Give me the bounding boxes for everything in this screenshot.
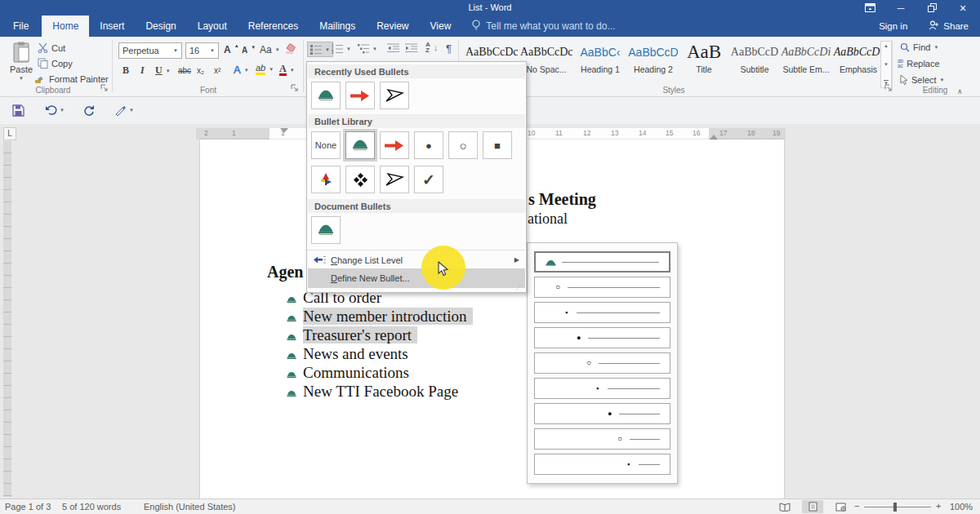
resize-grip[interactable]: ⋰: [516, 284, 523, 290]
text-effects-button[interactable]: A▼: [234, 64, 249, 76]
restore-button[interactable]: [916, 0, 947, 16]
sort-button[interactable]: AZ↓: [425, 42, 438, 53]
italic-button[interactable]: I: [140, 64, 145, 77]
cut-button[interactable]: Cut: [38, 42, 65, 53]
zoom-slider-track[interactable]: [864, 507, 931, 507]
copy-button[interactable]: Copy: [38, 58, 73, 69]
tab-view[interactable]: View: [420, 16, 462, 37]
replace-button[interactable]: abac Replace: [898, 59, 940, 69]
tab-home[interactable]: Home: [42, 16, 89, 37]
list-level-option-2[interactable]: ○: [534, 277, 670, 298]
ribbon-display-options-icon[interactable]: [854, 0, 885, 16]
multilevel-list-button[interactable]: ▼: [358, 42, 377, 55]
list-level-option-3[interactable]: ▪: [534, 302, 670, 323]
sign-in-button[interactable]: Sign in: [869, 21, 917, 31]
styles-scroll-up-icon[interactable]: ▲: [884, 43, 889, 48]
clipboard-dialog-launcher[interactable]: [100, 84, 110, 94]
doc-agenda-heading-fragment[interactable]: Agen: [267, 263, 303, 281]
bullet-filled-square[interactable]: ■: [483, 131, 512, 159]
list-item[interactable]: New TTI Facebook Page: [303, 383, 458, 401]
list-level-option-8[interactable]: ○: [534, 428, 670, 450]
list-item[interactable]: Treasurer's report: [303, 326, 417, 344]
zoom-out-button[interactable]: −: [854, 501, 859, 511]
share-button[interactable]: Share: [917, 20, 980, 32]
zoom-slider-thumb[interactable]: [893, 503, 897, 512]
bold-button[interactable]: B: [122, 64, 129, 77]
style-no-spacing[interactable]: AaBbCcDc No Spac...: [520, 42, 572, 74]
highlight-color-button[interactable]: ab▼: [256, 64, 274, 75]
tell-me-box[interactable]: Tell me what you want to do...: [461, 16, 625, 37]
list-level-option-7[interactable]: ●: [534, 403, 670, 424]
find-button[interactable]: Find▼: [900, 42, 938, 52]
recent-bullet-picture[interactable]: [311, 82, 341, 109]
styles-scroll-down-icon[interactable]: ▼: [884, 62, 889, 67]
bullet-filled-circle[interactable]: ●: [414, 131, 443, 159]
clear-formatting-button[interactable]: [285, 43, 297, 55]
font-dialog-launcher[interactable]: [291, 84, 301, 94]
styles-dialog-launcher[interactable]: [884, 84, 894, 94]
paste-button[interactable]: Paste▼: [7, 42, 36, 81]
zoom-level[interactable]: 100%: [950, 502, 973, 512]
shrink-font-button[interactable]: A▼: [242, 46, 256, 55]
increase-indent-button[interactable]: [405, 43, 417, 53]
doc-subheading-fragment[interactable]: ational: [528, 210, 568, 228]
change-case-button[interactable]: Aa▼: [260, 44, 280, 55]
list-item[interactable]: Communications: [303, 364, 409, 382]
numbering-button[interactable]: 123 ▼: [332, 42, 351, 55]
zoom-in-button[interactable]: +: [936, 501, 941, 511]
close-button[interactable]: ×: [947, 0, 978, 16]
strikethrough-button[interactable]: abc: [178, 66, 191, 75]
save-button[interactable]: [10, 102, 26, 118]
redo-button[interactable]: [80, 102, 96, 118]
subscript-button[interactable]: x₂: [197, 66, 204, 75]
font-name-combo[interactable]: Perpetua▼: [118, 42, 182, 59]
recent-bullet-black-arrow[interactable]: [380, 82, 409, 109]
decrease-indent-button[interactable]: [387, 43, 399, 53]
recent-bullet-red-arrow[interactable]: [345, 82, 375, 109]
language-indicator[interactable]: English (United States): [144, 502, 236, 512]
pilcrow-button[interactable]: ¶: [446, 42, 452, 55]
tab-insert[interactable]: Insert: [89, 16, 135, 37]
tab-mailings[interactable]: Mailings: [309, 16, 366, 37]
style-subtle-emphasis[interactable]: AaBbCcDi Subtle Em...: [780, 42, 832, 74]
read-mode-button[interactable]: [774, 500, 795, 513]
style-heading2[interactable]: AaBbCcD Heading 2: [627, 42, 679, 74]
bullet-four-diamonds[interactable]: [345, 166, 375, 193]
collapse-ribbon-icon[interactable]: ∧: [957, 87, 963, 95]
web-layout-button[interactable]: [830, 500, 851, 513]
list-level-option-4[interactable]: ●: [534, 327, 670, 348]
vertical-ruler[interactable]: [3, 141, 11, 497]
tab-review[interactable]: Review: [366, 16, 419, 37]
bullet-colored-picture[interactable]: [311, 166, 341, 193]
bullet-none[interactable]: None: [311, 131, 341, 159]
list-level-option-5[interactable]: ○: [534, 352, 670, 374]
doc-heading-fragment[interactable]: s Meeting: [528, 190, 596, 209]
list-item[interactable]: New member introduction: [303, 308, 473, 326]
list-item[interactable]: News and events: [303, 345, 408, 363]
select-button[interactable]: Select▼: [900, 75, 945, 85]
style-subtitle[interactable]: AaBbCcD Subtitle: [728, 42, 781, 74]
bullet-checkmark[interactable]: ✓: [414, 166, 443, 193]
grow-font-button[interactable]: A▲: [224, 44, 239, 55]
tab-stop-selector[interactable]: L: [3, 127, 16, 140]
bullet-picture-selected[interactable]: [345, 131, 375, 159]
define-new-bullet-item[interactable]: Define New Bullet...: [308, 268, 525, 288]
change-list-level-item[interactable]: Change List Level ▶: [308, 251, 525, 268]
tab-layout[interactable]: Layout: [187, 16, 238, 37]
format-painter-button[interactable]: Format Painter: [34, 73, 109, 84]
font-size-combo[interactable]: 16▼: [185, 42, 219, 59]
print-layout-button[interactable]: [802, 500, 823, 513]
draw-button[interactable]: ▼: [111, 102, 137, 118]
list-level-option-1[interactable]: [534, 251, 670, 273]
style-heading1[interactable]: AaBbC‹ Heading 1: [574, 42, 626, 74]
bullet-red-arrow[interactable]: [380, 131, 409, 159]
minimize-button[interactable]: ─: [885, 0, 916, 16]
undo-button[interactable]: ▼: [42, 102, 67, 118]
underline-button[interactable]: U▼: [155, 64, 171, 77]
bullets-button[interactable]: ▼: [307, 42, 333, 57]
tab-design[interactable]: Design: [135, 16, 186, 37]
font-color-button[interactable]: A▼: [279, 64, 295, 76]
superscript-button[interactable]: x²: [214, 66, 220, 75]
style-title[interactable]: AaB Title: [678, 42, 730, 74]
tab-references[interactable]: References: [238, 16, 309, 37]
